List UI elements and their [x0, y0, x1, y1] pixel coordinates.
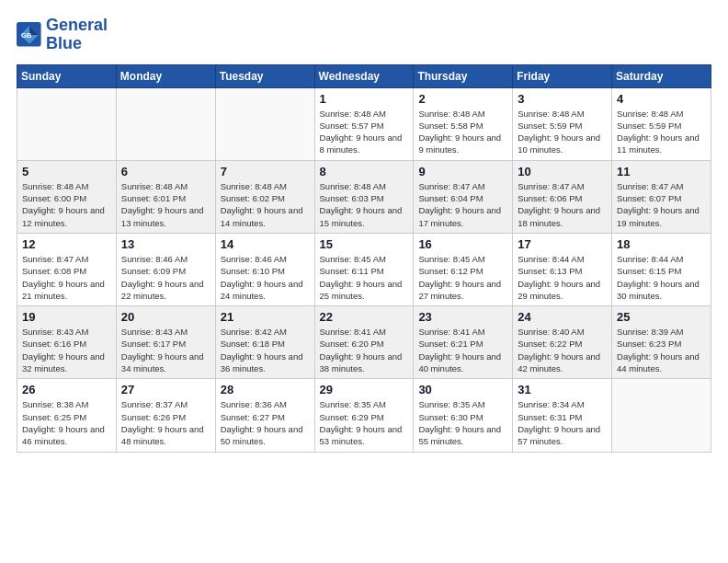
calendar-cell: 2Sunrise: 8:48 AM Sunset: 5:58 PM Daylig…: [414, 87, 513, 160]
calendar: SundayMondayTuesdayWednesdayThursdayFrid…: [17, 64, 711, 453]
cell-info: Sunrise: 8:47 AM Sunset: 6:04 PM Dayligh…: [418, 180, 507, 229]
calendar-cell: 7Sunrise: 8:48 AM Sunset: 6:02 PM Daylig…: [215, 160, 314, 233]
day-number: 12: [22, 237, 111, 251]
day-number: 5: [22, 165, 111, 178]
calendar-cell: 26Sunrise: 8:38 AM Sunset: 6:25 PM Dayli…: [17, 379, 117, 452]
day-number: 20: [121, 310, 210, 324]
day-number: 21: [221, 310, 310, 324]
svg-text:GB: GB: [21, 31, 32, 40]
calendar-cell: [612, 379, 711, 452]
weekday-header-monday: Monday: [116, 64, 215, 87]
calendar-cell: 8Sunrise: 8:48 AM Sunset: 6:03 PM Daylig…: [314, 160, 414, 233]
day-number: 30: [418, 383, 507, 396]
weekday-header-tuesday: Tuesday: [215, 64, 314, 87]
day-number: 25: [617, 310, 706, 324]
cell-info: Sunrise: 8:41 AM Sunset: 6:21 PM Dayligh…: [418, 326, 507, 374]
cell-info: Sunrise: 8:45 AM Sunset: 6:11 PM Dayligh…: [320, 253, 409, 302]
calendar-cell: 11Sunrise: 8:47 AM Sunset: 6:07 PM Dayli…: [612, 160, 711, 233]
calendar-cell: 29Sunrise: 8:35 AM Sunset: 6:29 PM Dayli…: [314, 379, 414, 452]
cell-info: Sunrise: 8:36 AM Sunset: 6:27 PM Dayligh…: [221, 398, 310, 447]
weekday-header-wednesday: Wednesday: [314, 64, 414, 87]
cell-info: Sunrise: 8:48 AM Sunset: 6:00 PM Dayligh…: [22, 180, 111, 229]
calendar-cell: 19Sunrise: 8:43 AM Sunset: 6:16 PM Dayli…: [17, 306, 117, 379]
cell-info: Sunrise: 8:37 AM Sunset: 6:26 PM Dayligh…: [121, 398, 210, 447]
day-number: 18: [617, 237, 706, 251]
day-number: 9: [418, 165, 507, 178]
logo-icon: GB: [17, 22, 42, 48]
calendar-cell: 16Sunrise: 8:45 AM Sunset: 6:12 PM Dayli…: [414, 233, 513, 305]
calendar-week-4: 19Sunrise: 8:43 AM Sunset: 6:16 PM Dayli…: [17, 306, 711, 379]
cell-info: Sunrise: 8:48 AM Sunset: 5:59 PM Dayligh…: [518, 108, 607, 156]
day-number: 28: [221, 383, 310, 396]
day-number: 15: [320, 237, 409, 251]
calendar-cell: 6Sunrise: 8:48 AM Sunset: 6:01 PM Daylig…: [116, 160, 215, 233]
cell-info: Sunrise: 8:48 AM Sunset: 6:01 PM Dayligh…: [121, 180, 210, 229]
cell-info: Sunrise: 8:48 AM Sunset: 5:57 PM Dayligh…: [320, 108, 409, 156]
cell-info: Sunrise: 8:47 AM Sunset: 6:08 PM Dayligh…: [22, 253, 111, 302]
calendar-cell: 13Sunrise: 8:46 AM Sunset: 6:09 PM Dayli…: [116, 233, 215, 305]
calendar-cell: 28Sunrise: 8:36 AM Sunset: 6:27 PM Dayli…: [215, 379, 314, 452]
cell-info: Sunrise: 8:48 AM Sunset: 5:59 PM Dayligh…: [617, 108, 706, 156]
day-number: 27: [121, 383, 210, 396]
calendar-cell: [17, 87, 117, 160]
weekday-header-saturday: Saturday: [612, 64, 711, 87]
calendar-cell: 4Sunrise: 8:48 AM Sunset: 5:59 PM Daylig…: [612, 87, 711, 160]
calendar-week-2: 5Sunrise: 8:48 AM Sunset: 6:00 PM Daylig…: [17, 160, 711, 233]
calendar-cell: 22Sunrise: 8:41 AM Sunset: 6:20 PM Dayli…: [314, 306, 414, 379]
day-number: 10: [518, 165, 607, 178]
calendar-cell: 30Sunrise: 8:35 AM Sunset: 6:30 PM Dayli…: [414, 379, 513, 452]
cell-info: Sunrise: 8:43 AM Sunset: 6:17 PM Dayligh…: [121, 326, 210, 374]
cell-info: Sunrise: 8:42 AM Sunset: 6:18 PM Dayligh…: [221, 326, 310, 374]
day-number: 6: [121, 165, 210, 178]
day-number: 13: [121, 237, 210, 251]
weekday-header-thursday: Thursday: [414, 64, 513, 87]
day-number: 16: [418, 237, 507, 251]
calendar-cell: 3Sunrise: 8:48 AM Sunset: 5:59 PM Daylig…: [513, 87, 612, 160]
day-number: 17: [518, 237, 607, 251]
calendar-cell: 31Sunrise: 8:34 AM Sunset: 6:31 PM Dayli…: [513, 379, 612, 452]
day-number: 8: [320, 165, 409, 178]
calendar-cell: 12Sunrise: 8:47 AM Sunset: 6:08 PM Dayli…: [17, 233, 117, 305]
calendar-cell: 1Sunrise: 8:48 AM Sunset: 5:57 PM Daylig…: [314, 87, 414, 160]
day-number: 14: [221, 237, 310, 251]
weekday-header-sunday: Sunday: [17, 64, 117, 87]
cell-info: Sunrise: 8:38 AM Sunset: 6:25 PM Dayligh…: [22, 398, 111, 447]
cell-info: Sunrise: 8:48 AM Sunset: 6:02 PM Dayligh…: [221, 180, 310, 229]
cell-info: Sunrise: 8:34 AM Sunset: 6:31 PM Dayligh…: [518, 398, 607, 447]
header: GB General Blue: [17, 17, 711, 53]
day-number: 1: [320, 92, 409, 106]
calendar-cell: 23Sunrise: 8:41 AM Sunset: 6:21 PM Dayli…: [414, 306, 513, 379]
calendar-cell: 5Sunrise: 8:48 AM Sunset: 6:00 PM Daylig…: [17, 160, 117, 233]
calendar-cell: 17Sunrise: 8:44 AM Sunset: 6:13 PM Dayli…: [513, 233, 612, 305]
calendar-cell: 14Sunrise: 8:46 AM Sunset: 6:10 PM Dayli…: [215, 233, 314, 305]
cell-info: Sunrise: 8:35 AM Sunset: 6:29 PM Dayligh…: [320, 398, 409, 447]
calendar-week-1: 1Sunrise: 8:48 AM Sunset: 5:57 PM Daylig…: [17, 87, 711, 160]
cell-info: Sunrise: 8:46 AM Sunset: 6:10 PM Dayligh…: [221, 253, 310, 302]
calendar-week-3: 12Sunrise: 8:47 AM Sunset: 6:08 PM Dayli…: [17, 233, 711, 305]
calendar-cell: [116, 87, 215, 160]
calendar-cell: 18Sunrise: 8:44 AM Sunset: 6:15 PM Dayli…: [612, 233, 711, 305]
day-number: 3: [518, 92, 607, 106]
cell-info: Sunrise: 8:45 AM Sunset: 6:12 PM Dayligh…: [418, 253, 507, 302]
weekday-header-friday: Friday: [513, 64, 612, 87]
day-number: 2: [418, 92, 507, 106]
cell-info: Sunrise: 8:43 AM Sunset: 6:16 PM Dayligh…: [22, 326, 111, 374]
calendar-week-5: 26Sunrise: 8:38 AM Sunset: 6:25 PM Dayli…: [17, 379, 711, 452]
calendar-cell: 27Sunrise: 8:37 AM Sunset: 6:26 PM Dayli…: [116, 379, 215, 452]
cell-info: Sunrise: 8:35 AM Sunset: 6:30 PM Dayligh…: [418, 398, 507, 447]
day-number: 23: [418, 310, 507, 324]
logo: GB General Blue: [17, 17, 108, 53]
day-number: 31: [518, 383, 607, 396]
calendar-cell: 10Sunrise: 8:47 AM Sunset: 6:06 PM Dayli…: [513, 160, 612, 233]
calendar-cell: 15Sunrise: 8:45 AM Sunset: 6:11 PM Dayli…: [314, 233, 414, 305]
day-number: 22: [320, 310, 409, 324]
calendar-cell: 21Sunrise: 8:42 AM Sunset: 6:18 PM Dayli…: [215, 306, 314, 379]
calendar-cell: 24Sunrise: 8:40 AM Sunset: 6:22 PM Dayli…: [513, 306, 612, 379]
weekday-header-row: SundayMondayTuesdayWednesdayThursdayFrid…: [17, 64, 711, 87]
cell-info: Sunrise: 8:47 AM Sunset: 6:07 PM Dayligh…: [617, 180, 706, 229]
day-number: 7: [221, 165, 310, 178]
cell-info: Sunrise: 8:44 AM Sunset: 6:13 PM Dayligh…: [518, 253, 607, 302]
calendar-cell: 20Sunrise: 8:43 AM Sunset: 6:17 PM Dayli…: [116, 306, 215, 379]
day-number: 19: [22, 310, 111, 324]
cell-info: Sunrise: 8:44 AM Sunset: 6:15 PM Dayligh…: [617, 253, 706, 302]
